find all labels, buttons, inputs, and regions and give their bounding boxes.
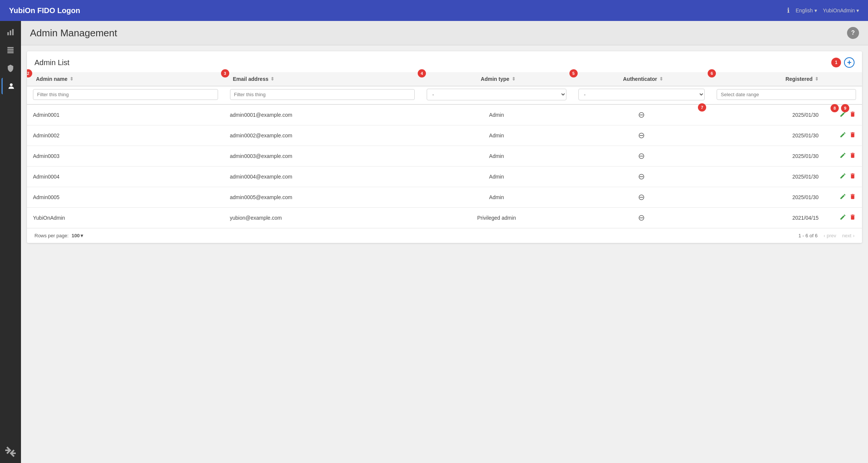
edit-button[interactable] (840, 214, 846, 222)
sidebar (0, 21, 21, 463)
sidebar-item-security[interactable] (1, 60, 19, 76)
cell-authenticator: ⊖ (572, 167, 711, 187)
filter-admin-name-input[interactable] (33, 89, 218, 100)
edit-button[interactable] (840, 173, 846, 181)
edit-button[interactable] (840, 193, 846, 202)
authenticator-status-icon: ⊖ (638, 192, 645, 202)
language-selector[interactable]: English ▾ (796, 7, 817, 13)
col-header-email: 3 Email address ⇕ (224, 72, 421, 86)
filter-authenticator-cell: - Registered Not registered (572, 86, 711, 104)
edit-button[interactable] (840, 152, 846, 161)
list-header: Admin List 1 + (27, 51, 862, 72)
cell-admin-name: YubiOnAdmin (27, 208, 224, 228)
sidebar-item-admin[interactable] (1, 78, 19, 94)
rows-per-page-arrow: ▾ (81, 233, 83, 238)
admin-table-body: Admin0001admin0001@example.comAdmin7⊖202… (27, 104, 862, 228)
cell-authenticator: ⊖ (572, 208, 711, 228)
cell-admin-type: Admin (421, 146, 572, 167)
cell-admin-name: Admin0002 (27, 125, 224, 146)
pagination: 1 - 6 of 6 ‹ prev next › (798, 233, 855, 238)
app-title: YubiOn FIDO Logon (9, 6, 787, 15)
rows-per-page: Rows per page: 100 ▾ (34, 233, 83, 238)
cell-admin-type: Admin (421, 187, 572, 208)
filter-email-input[interactable] (230, 89, 415, 100)
badge-4: 4 (418, 69, 426, 77)
sort-icon-registered[interactable]: ⇕ (815, 76, 819, 82)
cell-actions: 89 (825, 104, 862, 125)
filter-registered-cell (711, 86, 862, 104)
filter-row: - Admin Privileged admin - Registered No… (27, 86, 862, 104)
prev-button[interactable]: ‹ prev (823, 233, 836, 238)
pagination-info: 1 - 6 of 6 (798, 233, 817, 238)
filter-registered-input[interactable] (717, 89, 856, 100)
cell-admin-type: Admin (421, 125, 572, 146)
badge-6: 6 (708, 69, 716, 77)
badge-3: 3 (221, 69, 229, 77)
help-button[interactable]: ? (847, 27, 859, 39)
info-icon[interactable]: ℹ (787, 6, 790, 15)
sort-icon-email[interactable]: ⇕ (270, 76, 274, 82)
authenticator-status-icon: ⊖ (638, 131, 645, 140)
cell-admin-name: Admin0005 (27, 187, 224, 208)
filter-authenticator-select[interactable]: - Registered Not registered (578, 89, 705, 100)
col-header-registered: 6 Registered ⇕ (711, 72, 825, 86)
cell-actions (825, 167, 862, 187)
svg-rect-0 (7, 32, 9, 35)
table-header-row: 2 Admin name ⇕ 3 Email address ⇕ (27, 72, 862, 86)
delete-button[interactable] (849, 173, 856, 181)
table-row: Admin0002admin0002@example.comAdmin⊖2025… (27, 125, 862, 146)
rows-per-page-label: Rows per page: (34, 233, 69, 238)
rows-per-page-select[interactable]: 100 ▾ (72, 233, 83, 238)
sidebar-item-dashboard[interactable] (1, 24, 19, 40)
cell-admin-type: Privileged admin (421, 208, 572, 228)
table-footer: Rows per page: 100 ▾ 1 - 6 of 6 ‹ prev n… (27, 228, 862, 243)
svg-rect-4 (7, 49, 14, 50)
cell-actions (825, 208, 862, 228)
svg-rect-1 (10, 30, 11, 35)
sidebar-expand[interactable] (1, 444, 19, 460)
table-row: Admin0004admin0004@example.comAdmin⊖2025… (27, 167, 862, 187)
cell-admin-name: Admin0001 (27, 104, 224, 125)
authenticator-status-icon: ⊖ (638, 213, 645, 223)
authenticator-status-icon: ⊖ (638, 110, 645, 120)
svg-rect-6 (7, 52, 14, 54)
delete-button[interactable] (849, 214, 856, 222)
delete-button[interactable] (849, 152, 856, 161)
cell-email: admin0002@example.com (224, 125, 421, 146)
cell-admin-name: Admin0003 (27, 146, 224, 167)
authenticator-status-icon: ⊖ (638, 172, 645, 182)
topbar-right: ℹ English ▾ YubiOnAdmin ▾ (787, 6, 859, 15)
delete-button[interactable] (849, 111, 856, 119)
user-menu[interactable]: YubiOnAdmin ▾ (823, 7, 859, 13)
edit-button[interactable] (840, 131, 846, 140)
sort-icon-name[interactable]: ⇕ (70, 76, 73, 82)
filter-admin-type-select[interactable]: - Admin Privileged admin (427, 89, 566, 100)
main-layout: Admin Management ? Admin List 1 + 2 (0, 21, 868, 463)
cell-email: admin0003@example.com (224, 146, 421, 167)
rows-per-page-value: 100 (72, 233, 80, 238)
col-header-admin-type: 4 Admin type ⇕ (421, 72, 572, 86)
sort-icon-type[interactable]: ⇕ (512, 76, 515, 82)
delete-button[interactable] (849, 193, 856, 202)
col-header-authenticator: 5 Authenticator ⇕ (572, 72, 711, 86)
admin-table-container: Admin List 1 + 2 Admin name ⇕ (27, 51, 862, 243)
list-title: Admin List (34, 58, 69, 67)
sidebar-item-reports[interactable] (1, 42, 19, 58)
svg-rect-5 (7, 51, 14, 52)
add-admin-button[interactable]: + (844, 57, 855, 68)
sort-icon-auth[interactable]: ⇕ (659, 76, 663, 82)
cell-registered: 2021/04/15 (711, 208, 825, 228)
filter-admin-type-cell: - Admin Privileged admin (421, 86, 572, 104)
filter-admin-name-cell (27, 86, 224, 104)
cell-authenticator: ⊖ (572, 187, 711, 208)
shield-icon (6, 64, 15, 72)
filter-email-cell (224, 86, 421, 104)
col-header-admin-name: 2 Admin name ⇕ (27, 72, 224, 86)
delete-button[interactable] (849, 131, 856, 140)
next-button[interactable]: next › (842, 233, 855, 238)
cell-authenticator: 7⊖ (572, 104, 711, 125)
page-header: Admin Management ? (21, 21, 868, 45)
badge-5: 5 (569, 69, 578, 77)
table-row: YubiOnAdminyubion@example.comPrivileged … (27, 208, 862, 228)
cell-email: admin0005@example.com (224, 187, 421, 208)
